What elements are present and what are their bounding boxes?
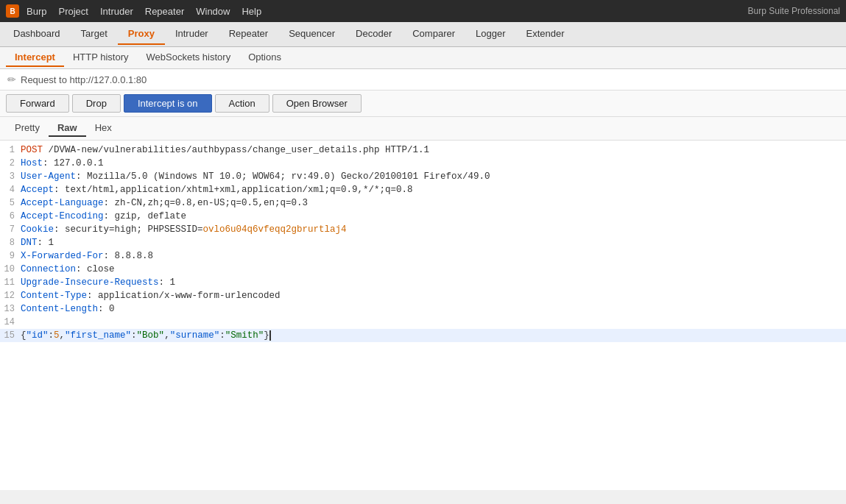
line-number: 8	[0, 236, 21, 249]
line-number: 3	[0, 170, 21, 183]
line-content: Accept-Language: zh-CN,zh;q=0.8,en-US;q=…	[21, 196, 846, 210]
json-key: "first_name"	[65, 330, 131, 341]
line-number: 2	[0, 157, 21, 170]
format-raw[interactable]: Raw	[49, 120, 86, 137]
forward-button[interactable]: Forward	[6, 94, 69, 113]
tab-comparer[interactable]: Comparer	[402, 24, 465, 45]
line-content: Accept: text/html,application/xhtml+xml,…	[21, 183, 846, 196]
header-name: User-Agent	[21, 171, 76, 182]
format-tabs: Pretty Raw Hex	[0, 117, 846, 141]
text-cursor	[269, 330, 271, 341]
plain-text: :	[219, 330, 225, 341]
json-string: "Smith"	[225, 330, 264, 341]
http-content: 1POST /DVWA-new/vulnerabilities/authbypa…	[0, 141, 846, 490]
line-number: 14	[0, 316, 21, 329]
tab-intruder[interactable]: Intruder	[165, 24, 219, 45]
line-content: POST /DVWA-new/vulnerabilities/authbypas…	[21, 143, 846, 157]
sub-tabs: Intercept HTTP history WebSockets histor…	[0, 47, 846, 69]
plain-text: : 0	[98, 304, 115, 314]
table-row: 9X-Forwarded-For: 8.8.8.8	[0, 249, 846, 263]
tab-logger[interactable]: Logger	[465, 24, 515, 45]
format-pretty[interactable]: Pretty	[6, 120, 49, 137]
table-row: 6Accept-Encoding: gzip, deflate	[0, 210, 846, 223]
intercept-toggle[interactable]: Intercept is on	[124, 94, 212, 113]
edit-icon: ✏	[7, 74, 16, 85]
plain-text: : 1	[38, 238, 54, 248]
main-tabs: Dashboard Target Proxy Intruder Repeater…	[0, 22, 846, 47]
tab-extender[interactable]: Extender	[516, 24, 575, 45]
line-number: 5	[0, 196, 21, 210]
plain-text: :	[49, 330, 54, 341]
line-number: 6	[0, 210, 21, 223]
plain-text: {	[21, 330, 27, 341]
line-content: DNT: 1	[21, 236, 846, 249]
line-content: Upgrade-Insecure-Requests: 1	[21, 276, 846, 289]
line-number: 4	[0, 183, 21, 196]
plain-text: : zh-CN,zh;q=0.8,en-US;q=0.5,en;q=0.3	[104, 198, 309, 208]
json-number: 5	[54, 330, 60, 341]
plain-text: : gzip, deflate	[104, 211, 187, 221]
action-button[interactable]: Action	[215, 94, 269, 113]
drop-button[interactable]: Drop	[72, 94, 121, 113]
menu-repeater[interactable]: Repeater	[145, 6, 184, 17]
tab-target[interactable]: Target	[71, 24, 118, 45]
cookie-value: ovlo6u04q6vfeqq2gbrurtlaj4	[203, 224, 347, 235]
subtab-websockets-history[interactable]: WebSockets history	[138, 49, 240, 67]
plain-text: :	[131, 330, 137, 341]
table-row: 4Accept: text/html,application/xhtml+xml…	[0, 183, 846, 196]
table-row: 13Content-Length: 0	[0, 302, 846, 316]
plain-text: : text/html,application/xhtml+xml,applic…	[54, 185, 413, 195]
table-row: 2Host: 127.0.0.1	[0, 157, 846, 170]
menu-window[interactable]: Window	[196, 6, 230, 17]
plain-text: : 127.0.0.1	[43, 158, 104, 168]
header-name: DNT	[21, 238, 38, 248]
menu-items: Burp Project Intruder Repeater Window He…	[27, 6, 261, 17]
line-number: 10	[0, 263, 21, 276]
action-bar: Forward Drop Intercept is on Action Open…	[0, 90, 846, 117]
line-number: 15	[0, 329, 21, 342]
line-number: 1	[0, 143, 21, 157]
plain-text: : 1	[159, 277, 176, 288]
header-name: Accept-Encoding	[21, 211, 104, 221]
json-key: "surname"	[170, 330, 220, 341]
table-row: 10Connection: close	[0, 263, 846, 276]
line-content: X-Forwarded-For: 8.8.8.8	[21, 249, 846, 263]
header-name: Upgrade-Insecure-Requests	[21, 277, 159, 288]
tab-proxy[interactable]: Proxy	[118, 24, 165, 45]
table-row: 12Content-Type: application/x-www-form-u…	[0, 289, 846, 302]
subtab-http-history[interactable]: HTTP history	[64, 49, 138, 67]
menu-intruder[interactable]: Intruder	[100, 6, 133, 17]
menu-help[interactable]: Help	[242, 6, 261, 17]
tab-decoder[interactable]: Decoder	[345, 24, 402, 45]
table-row: 3User-Agent: Mozilla/5.0 (Windows NT 10.…	[0, 170, 846, 183]
header-name: Host	[21, 158, 43, 168]
url-bar: ✏ Request to http://127.0.0.1:80	[0, 69, 846, 90]
header-name: Accept	[21, 185, 54, 195]
json-key: "id"	[27, 330, 49, 341]
plain-text: /DVWA-new/vulnerabilities/authbypass/cha…	[43, 145, 429, 155]
line-number: 7	[0, 223, 21, 236]
table-row: 15{"id":5,"first_name":"Bob","surname":"…	[0, 329, 846, 342]
tab-repeater[interactable]: Repeater	[219, 24, 278, 45]
line-number: 13	[0, 302, 21, 316]
menu-project[interactable]: Project	[58, 6, 88, 17]
request-url: Request to http://127.0.0.1:80	[21, 74, 147, 85]
tab-sequencer[interactable]: Sequencer	[278, 24, 345, 45]
line-content: {"id":5,"first_name":"Bob","surname":"Sm…	[21, 329, 846, 342]
line-number: 12	[0, 289, 21, 302]
header-name: Cookie	[21, 224, 54, 235]
http-method: POST	[21, 145, 43, 155]
menu-burp[interactable]: Burp	[27, 6, 46, 17]
header-name: X-Forwarded-For	[21, 251, 104, 261]
tab-dashboard[interactable]: Dashboard	[3, 24, 71, 45]
line-content: Cookie: security=high; PHPSESSID=ovlo6u0…	[21, 223, 846, 236]
open-browser-button[interactable]: Open Browser	[272, 94, 362, 113]
subtab-options[interactable]: Options	[239, 49, 290, 67]
header-name: Accept-Language	[21, 198, 104, 208]
plain-text: ,	[164, 330, 170, 341]
plain-text: : security=high;	[54, 224, 148, 235]
subtab-intercept[interactable]: Intercept	[6, 49, 64, 67]
format-hex[interactable]: Hex	[86, 120, 121, 137]
json-string: "Bob"	[137, 330, 165, 341]
table-row: 8DNT: 1	[0, 236, 846, 249]
